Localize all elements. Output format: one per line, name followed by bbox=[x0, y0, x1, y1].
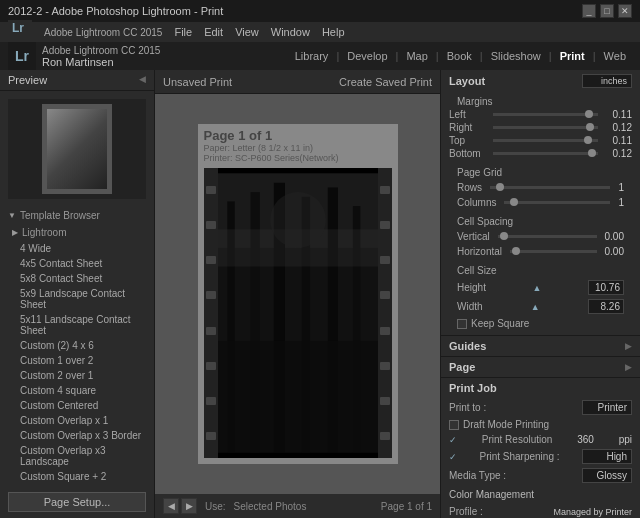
margin-left-slider[interactable] bbox=[493, 113, 598, 116]
margin-bottom-slider[interactable] bbox=[493, 152, 598, 155]
lightroom-section[interactable]: ▶ Lightroom bbox=[0, 224, 154, 241]
resolution-check-icon: ✓ bbox=[449, 435, 457, 445]
template-5x9landscape[interactable]: 5x9 Landscape Contact Sheet bbox=[0, 286, 154, 312]
template-browser-header[interactable]: ▼ Template Browser bbox=[0, 207, 154, 224]
template-custom2over1[interactable]: Custom 2 over 1 bbox=[0, 368, 154, 383]
menu-file[interactable]: File bbox=[174, 26, 192, 38]
print-page-content bbox=[204, 168, 392, 458]
menu-adobe-lightroom[interactable]: Adobe Lightroom CC 2015 bbox=[44, 27, 162, 38]
template-customsquareplus2[interactable]: Custom Square + 2 bbox=[0, 469, 154, 484]
margin-top-slider[interactable] bbox=[493, 139, 598, 142]
title-bar-text: 2012-2 - Adobe Photoshop Lightroom - Pri… bbox=[8, 5, 223, 17]
template-custom24x6[interactable]: Custom (2) 4 x 6 bbox=[0, 338, 154, 353]
close-button[interactable]: ✕ bbox=[618, 4, 632, 18]
tab-web[interactable]: Web bbox=[598, 48, 632, 64]
menu-window[interactable]: Window bbox=[271, 26, 310, 38]
tab-develop[interactable]: Develop bbox=[341, 48, 393, 64]
height-input[interactable] bbox=[588, 280, 624, 295]
template-customoverlapx3border[interactable]: Custom Overlap x 3 Border bbox=[0, 428, 154, 443]
lr-logo: Lr bbox=[8, 20, 32, 44]
keep-square-checkbox[interactable] bbox=[457, 319, 467, 329]
preview-thumbnail bbox=[47, 109, 107, 189]
paper-size-label: Paper: Letter (8 1/2 x 11 in) bbox=[204, 143, 339, 153]
tab-map[interactable]: Map bbox=[400, 48, 433, 64]
film-hole bbox=[380, 432, 390, 440]
cell-spacing-label: Cell Spacing bbox=[449, 214, 632, 229]
vertical-slider[interactable] bbox=[498, 235, 597, 238]
page-header[interactable]: Page ▶ bbox=[441, 357, 640, 377]
minimize-button[interactable]: _ bbox=[582, 4, 596, 18]
columns-slider[interactable] bbox=[504, 201, 610, 204]
resolution-label: Print Resolution bbox=[482, 434, 553, 445]
sharpening-value[interactable]: High bbox=[582, 449, 632, 464]
layout-header[interactable]: Layout inches bbox=[441, 70, 640, 92]
template-custom4square[interactable]: Custom 4 square bbox=[0, 383, 154, 398]
film-hole bbox=[380, 291, 390, 299]
draft-mode-row: Draft Mode Printing bbox=[441, 417, 640, 432]
height-arrow-icon: ▲ bbox=[532, 283, 541, 293]
svg-rect-8 bbox=[218, 341, 378, 453]
nav-left: Lr Adobe Lightroom CC 2015 Ron Martinsen bbox=[8, 42, 160, 70]
tab-slideshow[interactable]: Slideshow bbox=[485, 48, 547, 64]
sharpening-check-icon: ✓ bbox=[449, 452, 457, 462]
prev-button[interactable]: ◀ bbox=[163, 498, 179, 514]
template-list: ▶ Lightroom 4 Wide 4x5 Contact Sheet 5x8… bbox=[0, 224, 154, 486]
menu-view[interactable]: View bbox=[235, 26, 259, 38]
guides-section: Guides ▶ bbox=[441, 336, 640, 357]
cell-size-section: Cell Size Height ▲ Width ▲ Keep Square bbox=[441, 261, 640, 335]
print-job-title: Print Job bbox=[449, 382, 497, 394]
tab-library[interactable]: Library bbox=[289, 48, 335, 64]
module-nav: Lr Adobe Lightroom CC 2015 Ron Martinsen… bbox=[0, 42, 640, 70]
template-4x5contact[interactable]: 4x5 Contact Sheet bbox=[0, 256, 154, 271]
template-4wide[interactable]: 4 Wide bbox=[0, 241, 154, 256]
maximize-button[interactable]: □ bbox=[600, 4, 614, 18]
margin-bottom-value: 0.12 bbox=[602, 148, 632, 159]
module-tabs: Library | Develop | Map | Book | Slidesh… bbox=[289, 48, 632, 64]
template-customoverlapx1[interactable]: Custom Overlap x 1 bbox=[0, 413, 154, 428]
layout-title: Layout bbox=[449, 75, 485, 87]
menu-help[interactable]: Help bbox=[322, 26, 345, 38]
template-custom1over2[interactable]: Custom 1 over 2 bbox=[0, 353, 154, 368]
print-job-header[interactable]: Print Job bbox=[441, 378, 640, 398]
create-saved-print-button[interactable]: Create Saved Print bbox=[339, 76, 432, 88]
guides-header[interactable]: Guides ▶ bbox=[441, 336, 640, 356]
columns-label: Columns bbox=[457, 197, 496, 208]
margin-left-label: Left bbox=[449, 109, 489, 120]
page-setup-button[interactable]: Page Setup... bbox=[8, 492, 146, 512]
tab-print[interactable]: Print bbox=[554, 48, 591, 64]
template-customcentered[interactable]: Custom Centered bbox=[0, 398, 154, 413]
print-to-value[interactable]: Printer bbox=[582, 400, 632, 415]
width-input[interactable] bbox=[588, 299, 624, 314]
template-browser-arrow: ▼ bbox=[8, 211, 16, 220]
right-panel: Layout inches Margins Left 0.11 Right 0.… bbox=[440, 70, 640, 518]
film-hole bbox=[206, 397, 216, 405]
template-customoverlapx3landscape[interactable]: Custom Overlap x3 Landscape bbox=[0, 443, 154, 469]
template-fineart[interactable]: Fine Art Mat bbox=[0, 484, 154, 486]
media-value[interactable]: Glossy bbox=[582, 468, 632, 483]
next-button[interactable]: ▶ bbox=[181, 498, 197, 514]
menu-edit[interactable]: Edit bbox=[204, 26, 223, 38]
margin-right-slider[interactable] bbox=[493, 126, 598, 129]
columns-value: 1 bbox=[618, 197, 624, 208]
keep-square-row: Keep Square bbox=[449, 316, 632, 331]
user-name: Ron Martinsen bbox=[42, 56, 160, 68]
film-hole bbox=[380, 256, 390, 264]
rows-slider[interactable] bbox=[490, 186, 610, 189]
toolbar-left: Unsaved Print bbox=[163, 76, 232, 88]
layout-section: Layout inches Margins Left 0.11 Right 0.… bbox=[441, 70, 640, 336]
film-hole bbox=[380, 186, 390, 194]
vertical-spacing-row: Vertical 0.00 bbox=[449, 229, 632, 244]
printer-label: Printer: SC-P600 Series(Network) bbox=[204, 153, 339, 163]
color-management-label: Color Management bbox=[441, 485, 640, 504]
lightroom-logo: Lr bbox=[8, 42, 36, 70]
ruler-units-value[interactable]: inches bbox=[582, 74, 632, 88]
page-grid-label: Page Grid bbox=[449, 165, 632, 180]
template-5x8contact[interactable]: 5x8 Contact Sheet bbox=[0, 271, 154, 286]
horizontal-slider[interactable] bbox=[510, 250, 597, 253]
draft-mode-checkbox[interactable] bbox=[449, 420, 459, 430]
template-5x11landscape[interactable]: 5x11 Landscape Contact Sheet bbox=[0, 312, 154, 338]
film-hole bbox=[206, 256, 216, 264]
tab-book[interactable]: Book bbox=[441, 48, 478, 64]
width-arrow-icon: ▲ bbox=[531, 302, 540, 312]
photo-svg bbox=[218, 168, 378, 458]
